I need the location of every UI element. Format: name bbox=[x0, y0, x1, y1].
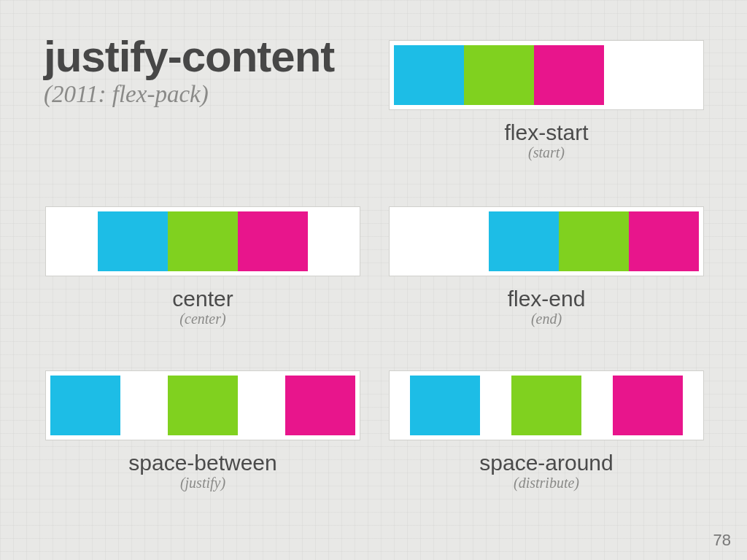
track-center bbox=[45, 206, 360, 276]
box-cyan bbox=[50, 376, 120, 435]
example-space-around: space-around (distribute) bbox=[389, 370, 704, 491]
box-pink bbox=[534, 45, 604, 105]
note-center: (center) bbox=[45, 311, 360, 327]
box-pink bbox=[629, 211, 699, 271]
box-cyan bbox=[98, 211, 168, 271]
example-flex-start: flex-start (start) bbox=[389, 40, 704, 161]
box-pink bbox=[238, 211, 308, 271]
label-space-around: space-around bbox=[389, 451, 704, 475]
label-center: center bbox=[45, 287, 360, 311]
note-flex-start: (start) bbox=[389, 144, 704, 161]
example-center: center (center) bbox=[45, 206, 360, 327]
examples: flex-start (start) center (center) flex-… bbox=[0, 0, 747, 560]
note-space-around: (distribute) bbox=[389, 475, 704, 491]
track-flex-end bbox=[389, 206, 704, 276]
box-green bbox=[464, 45, 534, 105]
box-cyan bbox=[489, 211, 559, 271]
box-cyan bbox=[394, 45, 464, 105]
slide: justify-content (2011: flex-pack) flex-s… bbox=[0, 0, 747, 560]
box-pink bbox=[613, 376, 683, 435]
example-space-between: space-between (justify) bbox=[45, 370, 360, 491]
label-flex-start: flex-start bbox=[389, 120, 704, 145]
label-flex-end: flex-end bbox=[389, 287, 704, 311]
track-space-between bbox=[45, 370, 360, 440]
note-space-between: (justify) bbox=[45, 475, 360, 491]
example-flex-end: flex-end (end) bbox=[389, 206, 704, 327]
label-space-between: space-between bbox=[45, 451, 360, 475]
page-number: 78 bbox=[713, 531, 731, 550]
note-flex-end: (end) bbox=[389, 311, 704, 327]
track-flex-start bbox=[389, 40, 704, 110]
box-pink bbox=[285, 376, 355, 435]
box-green bbox=[168, 211, 238, 271]
box-green bbox=[168, 376, 238, 435]
box-green bbox=[559, 211, 629, 271]
track-space-around bbox=[389, 370, 704, 440]
box-green bbox=[511, 376, 581, 435]
box-cyan bbox=[410, 376, 480, 435]
